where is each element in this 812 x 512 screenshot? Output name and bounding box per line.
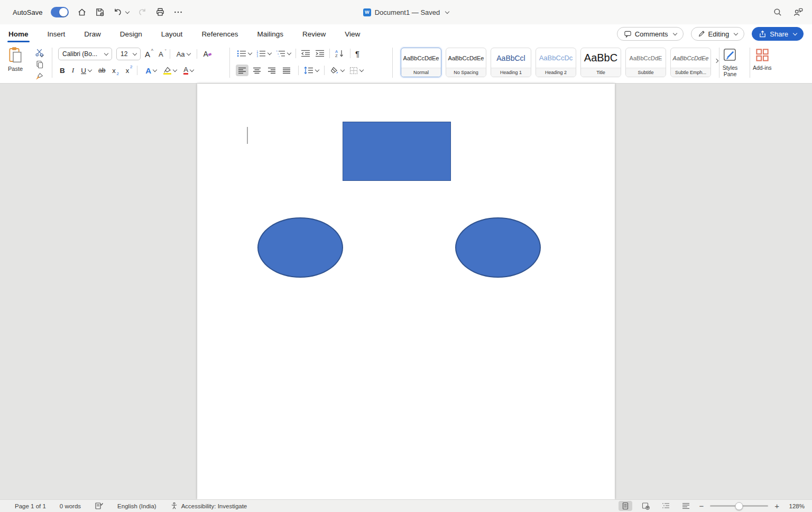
share-label: Share — [770, 30, 788, 38]
tab-draw[interactable]: Draw — [83, 27, 102, 41]
borders-button[interactable] — [349, 67, 363, 75]
print-layout-view-button[interactable] — [619, 501, 632, 511]
word-count[interactable]: 0 words — [60, 503, 81, 509]
svg-text:Z: Z — [335, 53, 338, 58]
tab-insert[interactable]: Insert — [47, 27, 67, 41]
style-no-spacing[interactable]: AaBbCcDdEe No Spacing — [446, 48, 486, 77]
document-page[interactable] — [197, 84, 615, 499]
paste-button[interactable]: Paste — [7, 47, 23, 72]
comments-button[interactable]: Comments — [617, 27, 684, 41]
zoom-out-button[interactable]: − — [699, 502, 704, 510]
ribbon-tabs: Home Insert Draw Design Layout Reference… — [7, 24, 361, 43]
font-name-value: Calibri (Bo... — [62, 50, 103, 58]
font-size-value: 12 — [121, 50, 131, 58]
presence-people-icon[interactable] — [793, 7, 804, 17]
clear-formatting-button[interactable]: A — [204, 50, 208, 58]
accessibility-status[interactable]: Accessibility: Investigate — [170, 502, 247, 510]
tab-design[interactable]: Design — [119, 27, 143, 41]
style-title[interactable]: AaBbC Title — [580, 48, 621, 77]
web-layout-view-button[interactable] — [639, 501, 652, 511]
style-subtle-emphasis[interactable]: AaBbCcDdEe Subtle Emph... — [670, 48, 711, 77]
style-heading-1[interactable]: AaBbCcl Heading 1 — [491, 48, 531, 77]
superscript-button[interactable]: x2 — [126, 67, 130, 75]
word-app-icon: W — [363, 8, 371, 16]
increase-indent-button[interactable] — [315, 50, 325, 57]
zoom-in-button[interactable]: + — [774, 502, 779, 510]
styles-gallery-expand-icon[interactable] — [714, 59, 718, 63]
show-paragraph-marks-button[interactable]: ¶ — [355, 49, 359, 58]
language-status[interactable]: English (India) — [117, 503, 156, 509]
font-name-select[interactable]: Calibri (Bo... — [58, 48, 112, 60]
tab-view[interactable]: View — [344, 27, 361, 41]
shrink-font-button[interactable]: Aˇ — [159, 50, 163, 58]
paste-label: Paste — [8, 66, 23, 72]
title-bar: AutoSave W Document1 — Saved — [0, 0, 812, 24]
underline-button[interactable]: U — [81, 67, 91, 75]
strikethrough-button[interactable]: ab — [98, 67, 105, 74]
highlight-color-button[interactable] — [163, 67, 177, 75]
tab-review[interactable]: Review — [301, 27, 327, 41]
sort-button[interactable]: AZ — [335, 49, 345, 58]
tab-layout[interactable]: Layout — [160, 27, 184, 41]
ribbon-tab-row: Home Insert Draw Design Layout Reference… — [0, 24, 812, 43]
styles-pane-button[interactable]: StylesPane — [722, 47, 738, 77]
style-normal[interactable]: AaBbCcDdEe Normal — [401, 48, 441, 77]
italic-button[interactable]: I — [72, 66, 75, 75]
align-center-button[interactable] — [251, 65, 263, 76]
tab-references[interactable]: References — [200, 27, 239, 41]
grow-font-button[interactable]: A^ — [145, 50, 150, 59]
text-cursor — [247, 127, 248, 144]
subscript-button[interactable]: x2 — [112, 67, 116, 75]
style-subtitle[interactable]: AaBbCcDdE Subtitle — [625, 48, 666, 77]
style-heading-2[interactable]: AaBbCcDc Heading 2 — [536, 48, 576, 77]
document-title[interactable]: Document1 — Saved — [375, 8, 440, 16]
status-bar: Page 1 of 1 0 words English (India) Acce… — [0, 499, 812, 512]
numbering-button[interactable]: 123 — [256, 50, 271, 57]
cut-icon[interactable] — [35, 49, 44, 57]
bullets-button[interactable] — [237, 50, 252, 57]
svg-text:3: 3 — [257, 55, 259, 57]
shape-ellipse-right[interactable] — [455, 217, 541, 278]
copy-icon[interactable] — [35, 60, 44, 69]
editing-label: Editing — [708, 30, 730, 38]
add-ins-button[interactable]: Add-ins — [753, 47, 772, 71]
zoom-slider-knob[interactable] — [735, 502, 743, 510]
text-effects-button[interactable]: A — [145, 66, 156, 75]
shape-ellipse-left[interactable] — [257, 217, 343, 278]
font-color-button[interactable]: A — [183, 66, 193, 75]
line-spacing-button[interactable] — [304, 67, 319, 74]
search-icon[interactable] — [773, 7, 782, 17]
tab-mailings[interactable]: Mailings — [256, 27, 284, 41]
bold-button[interactable]: B — [60, 67, 65, 75]
align-right-button[interactable] — [265, 65, 278, 76]
share-button[interactable]: Share — [752, 27, 804, 41]
change-case-button[interactable]: Aa — [177, 50, 190, 58]
font-size-select[interactable]: 12 — [116, 48, 141, 60]
shading-button[interactable] — [330, 67, 344, 75]
format-painter-icon[interactable] — [35, 72, 44, 81]
editing-button[interactable]: Editing — [691, 27, 745, 41]
draft-view-button[interactable] — [679, 501, 693, 511]
styles-gallery: AaBbCcDdEe Normal AaBbCcDdEe No Spacing … — [401, 48, 711, 77]
zoom-slider[interactable] — [710, 505, 768, 507]
shape-rectangle[interactable] — [343, 122, 451, 181]
align-left-button[interactable] — [236, 65, 248, 76]
proofing-status-icon[interactable] — [95, 502, 104, 510]
zoom-level[interactable]: 128% — [786, 503, 805, 509]
document-canvas — [0, 84, 812, 499]
ribbon-home: Paste Calibri (Bo... 12 A^ Aˇ Aa — [0, 43, 812, 84]
tab-home[interactable]: Home — [7, 27, 30, 41]
title-chevron-icon[interactable] — [445, 9, 449, 13]
outline-view-button[interactable] — [659, 501, 672, 511]
svg-text:i: i — [279, 55, 280, 57]
page-count[interactable]: Page 1 of 1 — [15, 503, 46, 509]
accessibility-label: Accessibility: Investigate — [181, 503, 247, 509]
decrease-indent-button[interactable] — [301, 50, 310, 57]
multilevel-list-button[interactable]: 1ai — [276, 50, 291, 57]
comments-label: Comments — [635, 30, 668, 38]
justify-button[interactable] — [280, 65, 293, 76]
